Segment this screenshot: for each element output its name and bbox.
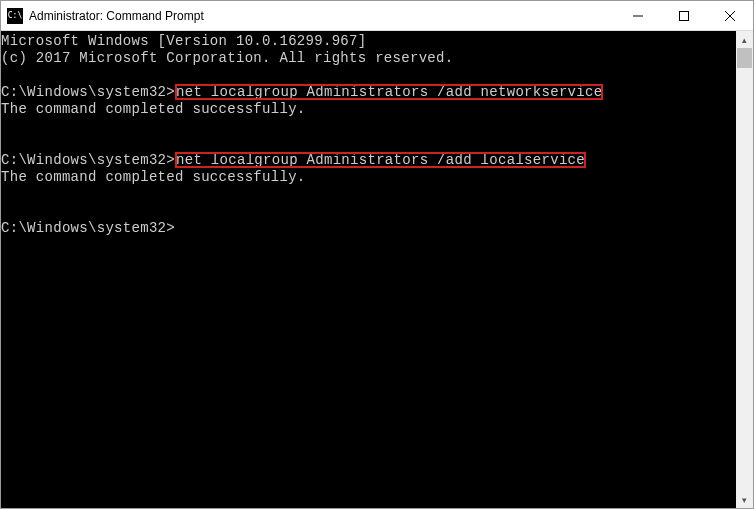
- window-controls: [615, 1, 753, 30]
- copyright-line: (c) 2017 Microsoft Corporation. All righ…: [1, 50, 453, 66]
- titlebar[interactable]: C:\ Administrator: Command Prompt: [1, 1, 753, 31]
- minimize-button[interactable]: [615, 1, 661, 30]
- prompt-prefix: C:\Windows\system32>: [1, 152, 175, 168]
- prompt-prefix: C:\Windows\system32>: [1, 84, 175, 100]
- highlighted-command-1: net localgroup Administrators /add netwo…: [175, 84, 603, 100]
- maximize-button[interactable]: [661, 1, 707, 30]
- window-title: Administrator: Command Prompt: [29, 9, 615, 23]
- response-2: The command completed successfully.: [1, 169, 306, 185]
- cmd-icon: C:\: [7, 8, 23, 24]
- scroll-down-arrow[interactable]: ▾: [736, 491, 753, 508]
- prompt-cursor: C:\Windows\system32>: [1, 220, 175, 236]
- vertical-scrollbar[interactable]: ▴ ▾: [736, 31, 753, 508]
- response-1: The command completed successfully.: [1, 101, 306, 117]
- highlighted-command-2: net localgroup Administrators /add local…: [175, 152, 586, 168]
- terminal-output[interactable]: Microsoft Windows [Version 10.0.16299.96…: [1, 31, 736, 508]
- terminal-area: Microsoft Windows [Version 10.0.16299.96…: [1, 31, 753, 508]
- version-line: Microsoft Windows [Version 10.0.16299.96…: [1, 33, 366, 49]
- scroll-up-arrow[interactable]: ▴: [736, 31, 753, 48]
- scroll-thumb[interactable]: [737, 48, 752, 68]
- command-prompt-window: C:\ Administrator: Command Prompt Micros…: [0, 0, 754, 509]
- svg-rect-1: [680, 11, 689, 20]
- scroll-track[interactable]: [736, 48, 753, 491]
- close-button[interactable]: [707, 1, 753, 30]
